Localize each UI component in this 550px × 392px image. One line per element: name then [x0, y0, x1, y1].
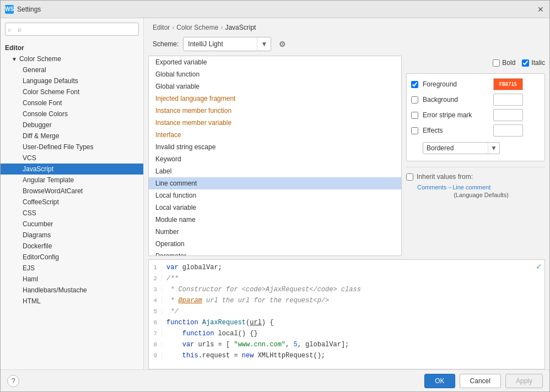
divider	[406, 167, 545, 167]
sidebar-item-user-defined-file-types[interactable]: User-Defined File Types	[1, 141, 143, 153]
token-label[interactable]: Label	[149, 165, 401, 177]
close-button[interactable]: ✕	[536, 5, 545, 14]
token-global-variable[interactable]: Global variable	[149, 80, 401, 92]
sidebar-item-console-colors[interactable]: Console Colors	[1, 108, 143, 119]
foreground-checkbox[interactable]	[411, 81, 418, 88]
token-instance-member-variable[interactable]: Instance member variable	[149, 117, 401, 129]
token-global-function[interactable]: Global function	[149, 68, 401, 80]
foreground-label: Foreground	[423, 80, 489, 88]
token-module-name[interactable]: Module name	[149, 214, 401, 226]
sidebar-item-general[interactable]: General	[1, 64, 143, 75]
button-group: OK Cancel Apply	[424, 374, 543, 388]
line-num-4: 4	[149, 297, 162, 304]
sidebar-item-vcs[interactable]: VCS	[1, 153, 143, 164]
line-num-6: 6	[149, 319, 162, 326]
token-operation[interactable]: Operation	[149, 238, 401, 250]
sidebar-item-cucumber[interactable]: Cucumber	[1, 219, 143, 230]
scheme-select[interactable]: IntelliJ Light ▼	[183, 37, 271, 51]
code-line-5: 5 */	[149, 306, 544, 317]
inherit-checkbox[interactable]	[406, 173, 413, 181]
token-line-comment[interactable]: Line comment	[149, 177, 401, 189]
sidebar-item-javascript[interactable]: JavaScript	[1, 164, 143, 175]
scheme-gear-button[interactable]: ⚙	[276, 37, 289, 51]
line-content-9: this.request = new XMLHttpRequest();	[162, 352, 325, 360]
foreground-row: Foreground FB8715	[411, 78, 540, 90]
line-content-5: */	[162, 308, 179, 315]
token-instance-member-function[interactable]: Instance member function	[149, 105, 401, 117]
foreground-color-swatch[interactable]: FB8715	[493, 78, 523, 90]
code-line-2: 2 /**	[149, 273, 544, 284]
line-num-5: 5	[149, 308, 162, 315]
bold-label: Bold	[502, 59, 515, 67]
token-interface[interactable]: Interface	[149, 129, 401, 141]
background-checkbox[interactable]	[411, 96, 418, 104]
sidebar-item-coffeescript[interactable]: CoffeeScript	[1, 197, 143, 208]
ok-button[interactable]: OK	[424, 374, 455, 388]
italic-row: Italic	[522, 59, 545, 67]
token-number[interactable]: Number	[149, 226, 401, 238]
help-button[interactable]: ?	[7, 375, 19, 387]
window-title: Settings	[17, 6, 536, 13]
sidebar-item-haml[interactable]: Haml	[1, 274, 143, 285]
line-num-2: 2	[149, 275, 162, 282]
sidebar-item-dockerfile[interactable]: Dockerfile	[1, 241, 143, 252]
error-stripe-color-swatch[interactable]	[493, 109, 523, 121]
sidebar-item-console-font[interactable]: Console Font	[1, 97, 143, 108]
main-panels-row: Exported variable Global function Global…	[148, 56, 545, 256]
scheme-select-arrow: ▼	[257, 37, 271, 51]
sidebar-item-diagrams[interactable]: Diagrams	[1, 230, 143, 241]
background-label: Background	[423, 96, 489, 104]
sidebar-item-diff-merge[interactable]: Diff & Merge	[1, 130, 143, 141]
inherit-label: Inherit values from:	[417, 173, 473, 181]
background-color-swatch[interactable]	[493, 94, 523, 106]
italic-checkbox[interactable]	[522, 59, 529, 67]
line-content-6: function AjaxRequest(url) {	[162, 319, 273, 326]
breadcrumb-sep2: ›	[220, 24, 223, 31]
bold-row: Bold	[493, 59, 515, 67]
effects-checkbox[interactable]	[411, 127, 418, 134]
sidebar-item-color-scheme[interactable]: ▼Color Scheme	[1, 53, 143, 64]
sidebar-item-editorconfig[interactable]: EditorConfig	[1, 252, 143, 263]
sidebar-item-color-scheme-font[interactable]: Color Scheme Font	[1, 86, 143, 97]
breadcrumb-editor: Editor	[153, 24, 170, 31]
scheme-select-value: IntelliJ Light	[184, 40, 257, 48]
sidebar-item-html[interactable]: HTML	[1, 296, 143, 307]
sidebar-item-ejs[interactable]: EJS	[1, 263, 143, 274]
effects-color-swatch[interactable]	[493, 124, 523, 137]
token-parameter[interactable]: Parameter	[149, 250, 401, 256]
inherit-sub: (Language Defaults)	[417, 192, 545, 198]
main-area: Editor › Color Scheme › JavaScript Schem…	[144, 18, 549, 369]
token-local-function[interactable]: Local function	[149, 189, 401, 202]
sidebar-item-debugger[interactable]: Debugger	[1, 119, 143, 130]
sidebar-item-browsewordatcaret[interactable]: BrowseWordAtCaret	[1, 186, 143, 197]
apply-button[interactable]: Apply	[505, 374, 543, 388]
search-input[interactable]	[5, 23, 139, 36]
token-injected-language[interactable]: Injected language fragment	[149, 92, 401, 105]
code-line-6: 6 function AjaxRequest(url) {	[149, 317, 544, 328]
search-box: ⌕	[5, 23, 139, 36]
content-area: ⌕ Editor ▼Color Scheme General Language …	[1, 18, 549, 369]
title-bar: WS Settings ✕	[1, 1, 549, 18]
cancel-button[interactable]: Cancel	[460, 374, 501, 388]
code-line-4: 4 * @param url the url for the request<p…	[149, 295, 544, 306]
token-keyword[interactable]: Keyword	[149, 153, 401, 165]
effects-type-arrow: ▼	[488, 143, 499, 154]
color-rows: Foreground FB8715 Background	[406, 73, 545, 161]
token-local-variable[interactable]: Local variable	[149, 202, 401, 214]
error-stripe-checkbox[interactable]	[411, 112, 418, 119]
bold-checkbox[interactable]	[493, 59, 500, 67]
sidebar-item-angular-template[interactable]: Angular Template	[1, 175, 143, 186]
token-invalid-string-escape[interactable]: Invalid string escape	[149, 141, 401, 153]
breadcrumb-sep1: ›	[172, 24, 174, 31]
code-line-8: 8 var urls = [ "www.cnn.com", 5, globalV…	[149, 339, 544, 350]
token-exported-variable[interactable]: Exported variable	[149, 56, 401, 68]
sidebar-item-language-defaults[interactable]: Language Defaults	[1, 75, 143, 86]
effects-type-select[interactable]: Bordered ▼	[423, 142, 500, 154]
sidebar-item-handlebars-mustache[interactable]: Handlebars/Mustache	[1, 285, 143, 296]
line-content-3: * Constructor for <code>AjaxRequest</cod…	[162, 286, 361, 293]
breadcrumb-color-scheme: Color Scheme	[176, 24, 218, 31]
sidebar-item-css[interactable]: CSS	[1, 208, 143, 219]
sidebar-item-editor[interactable]: Editor	[1, 42, 143, 53]
inherit-link[interactable]: Comments→Line comment	[417, 184, 545, 190]
search-icon: ⌕	[8, 26, 12, 32]
